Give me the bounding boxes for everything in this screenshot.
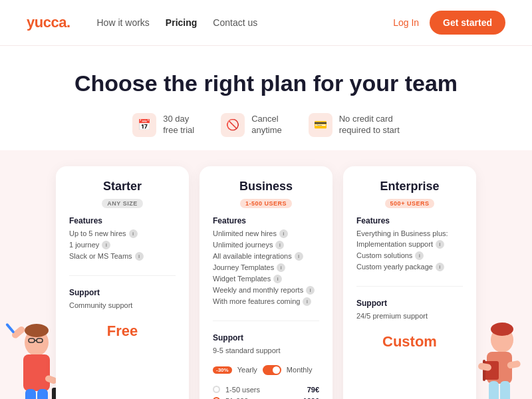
- info-icon: i: [102, 241, 110, 249]
- ent-support-label: Support: [356, 299, 463, 308]
- biz-support-text: 9-5 standard support: [213, 346, 319, 354]
- info-icon: i: [436, 263, 444, 271]
- yearly-label: Yearly: [237, 366, 257, 374]
- plan-starter: Starter ANY SIZE Features Up to 5 new hi…: [56, 166, 189, 399]
- divider: [213, 321, 319, 321]
- business-name: Business: [213, 180, 319, 194]
- biz-feature-1: Unlimited journeysi: [213, 241, 319, 249]
- pricing-row-0[interactable]: 1-50 users 79€: [213, 386, 319, 394]
- cancel-icon: 🚫: [221, 113, 245, 137]
- biz-feature-2: All available integrationsi: [213, 252, 319, 261]
- logo: yucca.: [27, 14, 70, 31]
- info-icon: i: [306, 286, 315, 295]
- plan-enterprise-header: Enterprise 500+ USERS: [356, 180, 463, 208]
- info-icon: i: [295, 252, 303, 261]
- perk-no-cc: 💳 No credit card required to start: [309, 113, 400, 137]
- info-icon: i: [135, 252, 144, 261]
- divider: [356, 286, 463, 287]
- hero-headline: Choose the right plan for your team: [27, 70, 505, 97]
- business-badge: 1-500 USERS: [240, 199, 292, 208]
- svg-point-15: [491, 323, 513, 336]
- trial-line1: 30 day: [163, 114, 194, 125]
- info-icon: i: [303, 297, 311, 306]
- svg-point-4: [25, 324, 49, 337]
- starter-features: Features Up to 5 new hires i 1 journey i…: [69, 216, 176, 263]
- biz-feature-4: Widget Templatesi: [213, 275, 319, 283]
- starter-price: Free: [69, 323, 176, 340]
- nav-link-how-it-works[interactable]: How it works: [97, 17, 150, 28]
- enterprise-features: Features Everything in Business plus: Im…: [356, 216, 463, 274]
- info-icon: i: [275, 241, 284, 249]
- info-icon: i: [277, 263, 285, 272]
- biz-feature-0: Unlimited new hiresi: [213, 229, 319, 238]
- enterprise-badge: 500+ USERS: [385, 199, 435, 208]
- starter-support-text: Community support: [69, 301, 176, 309]
- biz-feature-3: Journey Templatesi: [213, 263, 319, 272]
- hero-section: Choose the right plan for your team 📅 30…: [0, 46, 532, 150]
- plans-section: Starter ANY SIZE Features Up to 5 new hi…: [0, 150, 532, 399]
- enterprise-features-label: Features: [356, 216, 463, 225]
- svg-rect-5: [23, 354, 50, 391]
- ent-feature-2: Custom solutionsi: [356, 251, 463, 260]
- plan-business-header: Business 1-500 USERS: [213, 180, 319, 208]
- toggle-knob: [273, 366, 280, 374]
- navbar: yucca. How it works Pricing Contact us L…: [0, 0, 532, 46]
- monthly-label: Monthly: [287, 366, 313, 374]
- enterprise-name: Enterprise: [356, 180, 463, 194]
- get-started-button[interactable]: Get started: [430, 11, 505, 35]
- ent-feature-3: Custom yearly packagei: [356, 263, 463, 271]
- enterprise-support: Support 24/5 premium support: [356, 299, 463, 323]
- svg-rect-18: [483, 360, 485, 381]
- divider: [69, 275, 176, 276]
- starter-feature-1: 1 journey i: [69, 241, 176, 249]
- ent-support-text: 24/5 premium support: [356, 312, 463, 320]
- nav-links: How it works Pricing Contact us: [97, 17, 394, 28]
- svg-rect-10: [25, 389, 36, 399]
- biz-feature-6: With more features comingi: [213, 297, 319, 306]
- info-icon: i: [436, 240, 444, 249]
- trial-icon: 📅: [132, 113, 156, 137]
- plans-wrapper: Starter ANY SIZE Features Up to 5 new hi…: [56, 166, 476, 399]
- billing-toggle-row: -30% Yearly Monthly: [213, 365, 319, 375]
- pricing-rows: 1-50 users 79€ 51-200 users 199€ 201-500…: [213, 386, 319, 399]
- radio-0[interactable]: [213, 386, 220, 393]
- perk-trial: 📅 30 day free trial: [132, 113, 194, 137]
- svg-rect-22: [500, 381, 510, 399]
- info-icon: i: [415, 251, 424, 260]
- biz-support-label: Support: [213, 333, 319, 342]
- business-features-label: Features: [213, 216, 319, 225]
- ent-feature-1: Implementation supporti: [356, 240, 463, 249]
- starter-support: Support Community support: [69, 288, 176, 312]
- svg-rect-7: [5, 323, 15, 333]
- svg-rect-21: [489, 381, 499, 399]
- nav-link-contact[interactable]: Contact us: [213, 17, 257, 28]
- plan-business: Business 1-500 USERS Features Unlimited …: [200, 166, 332, 399]
- starter-features-label: Features: [69, 216, 176, 225]
- starter-badge: ANY SIZE: [102, 199, 142, 208]
- cancel-line1: Cancel: [251, 114, 282, 125]
- starter-name: Starter: [69, 180, 176, 194]
- no-cc-line1: No credit card: [339, 114, 400, 125]
- ent-feature-0: Everything in Business plus:: [356, 229, 463, 237]
- svg-rect-11: [37, 389, 48, 399]
- billing-toggle[interactable]: [263, 365, 281, 375]
- perk-cancel: 🚫 Cancel anytime: [221, 113, 282, 137]
- plan-starter-header: Starter ANY SIZE: [69, 180, 176, 208]
- price-0: 79€: [307, 386, 319, 394]
- starter-support-label: Support: [69, 288, 176, 297]
- enterprise-price: Custom: [356, 333, 463, 350]
- plan-enterprise: Enterprise 500+ USERS Features Everythin…: [343, 166, 476, 399]
- no-cc-line2: required to start: [339, 125, 400, 136]
- perks-row: 📅 30 day free trial 🚫 Cancel anytime 💳 N…: [27, 113, 505, 137]
- cancel-line2: anytime: [251, 125, 282, 136]
- nav-actions: Log In Get started: [393, 11, 505, 35]
- info-icon: i: [279, 229, 288, 238]
- login-button[interactable]: Log In: [393, 17, 419, 28]
- range-0: 1-50 users: [225, 386, 305, 394]
- trial-line2: free trial: [163, 125, 194, 136]
- info-icon: i: [273, 275, 282, 283]
- business-features: Features Unlimited new hiresi Unlimited …: [213, 216, 319, 309]
- save-badge: -30%: [213, 366, 232, 374]
- nav-link-pricing[interactable]: Pricing: [166, 17, 197, 28]
- no-cc-icon: 💳: [309, 113, 332, 137]
